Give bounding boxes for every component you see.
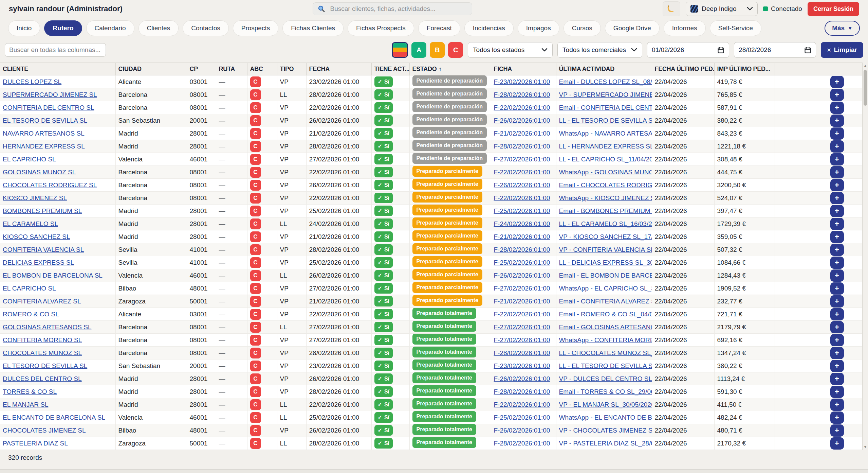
nav-tab[interactable]: Incidencias (464, 20, 514, 36)
col-header-abc[interactable]: ABC (247, 63, 277, 75)
client-link[interactable]: EL MANJAR SL (3, 401, 48, 408)
add-button[interactable]: + (830, 76, 844, 88)
global-search[interactable] (313, 2, 472, 15)
add-button[interactable]: + (830, 334, 844, 346)
actividad-link[interactable]: Email - TORRES & CO SL_29/06/2026 (559, 388, 652, 395)
actividad-link[interactable]: Email - ROMERO & CO SL_04/05/202 (559, 311, 652, 318)
client-link[interactable]: DULCES LOPEZ SL (3, 78, 61, 85)
table-row[interactable]: EL BOMBON DE BARCELONA SL Valencia 46001… (0, 269, 862, 282)
client-link[interactable]: CHOCOLATES JIMENEZ SL (3, 427, 86, 434)
actividad-link[interactable]: WhatsApp - EL CAPRICHO SL_30/04/ (559, 285, 652, 292)
ficha-link[interactable]: F-21/02/2026:01:00 (494, 298, 550, 305)
table-row[interactable]: EL ENCANTO DE BARCELONA SL Valencia 4600… (0, 411, 862, 424)
ficha-link[interactable]: F-26/02/2026:01:00 (494, 375, 550, 382)
table-row[interactable]: DULCES LOPEZ SL Alicante 03001 — C VP 23… (0, 75, 862, 88)
actividad-link[interactable]: WhatsApp - GOLOSINAS MUNOZ SL_ (559, 169, 652, 176)
table-row[interactable]: TORRES & CO SL Madrid 28001 — C VP 28/02… (0, 385, 862, 398)
col-header-tiene-act[interactable]: TIENE ACT... (371, 63, 409, 75)
ficha-link[interactable]: F-27/02/2026:01:00 (494, 285, 550, 292)
add-button[interactable]: + (830, 140, 844, 153)
col-header-ficha[interactable]: FICHA (491, 63, 556, 75)
scrollbar-thumb[interactable] (864, 70, 867, 106)
date-to-input[interactable]: 28/02/2026 (734, 42, 816, 58)
table-row[interactable]: NAVARRO ARTESANOS SL Madrid 28001 — C VP… (0, 127, 862, 140)
ficha-link[interactable]: F-26/02/2026:01:00 (494, 117, 550, 124)
ficha-link[interactable]: F-25/02/2026:01:00 (494, 414, 550, 421)
ficha-link[interactable]: F-25/02/2026:01:00 (494, 207, 550, 214)
nav-tab[interactable]: Cursos (564, 20, 601, 36)
table-row[interactable]: CHOCOLATES RODRIGUEZ SL Barcelona 08001 … (0, 179, 862, 192)
scroll-up-icon[interactable]: ▲ (863, 63, 868, 69)
client-link[interactable]: EL BOMBON DE BARCELONA SL (3, 272, 103, 279)
actividad-link[interactable]: WhatsApp - EL ENCANTO DE BARCE (559, 414, 652, 421)
actividad-link[interactable]: WhatsApp - KIOSCO JIMENEZ SL_21/ (559, 194, 652, 202)
table-row[interactable]: SUPERMERCADO JIMENEZ SL Barcelona 08001 … (0, 88, 862, 101)
actividad-link[interactable]: Email - BOMBONES PREMIUM SL_13/ (559, 207, 652, 214)
ficha-link[interactable]: F-23/02/2026:01:00 (494, 78, 550, 85)
nav-tab[interactable]: Clientes (138, 20, 179, 36)
add-button[interactable]: + (830, 244, 844, 256)
client-link[interactable]: NAVARRO ARTESANOS SL (3, 130, 85, 137)
add-button[interactable]: + (830, 127, 844, 140)
actividad-link[interactable]: Email - CONFITERIA DEL CENTRO SL (559, 104, 652, 111)
client-link[interactable]: EL TESORO DE SEVILLA SL (3, 117, 87, 124)
client-link[interactable]: CHOCOLATES MUNOZ SL (3, 349, 82, 356)
add-button[interactable]: + (830, 89, 844, 101)
more-button[interactable]: Más ▼ (825, 21, 860, 36)
nav-tab[interactable]: Fichas Prospects (348, 20, 414, 36)
actividad-link[interactable]: LL - CHOCOLATES MUNOZ SL_15/06 (559, 349, 652, 356)
ficha-link[interactable]: F-22/02/2026:01:00 (494, 401, 550, 408)
actividad-link[interactable]: VP - SUPERMERCADO JIMENEZ SL_1 (559, 91, 652, 98)
ficha-link[interactable]: F-26/02/2026:01:00 (494, 427, 550, 434)
actividad-link[interactable]: VP - KIOSCO SANCHEZ SL_17/05/20 (559, 233, 652, 240)
ficha-link[interactable]: F-22/02/2026:01:00 (494, 311, 550, 318)
scroll-down-icon[interactable]: ▼ (863, 444, 868, 450)
nav-tab[interactable]: Inicio (8, 20, 40, 36)
add-button[interactable]: + (830, 282, 844, 295)
ficha-link[interactable]: F-27/02/2026:01:00 (494, 336, 550, 344)
ficha-link[interactable]: F-25/02/2026:01:00 (494, 259, 550, 266)
add-button[interactable]: + (830, 115, 844, 127)
nav-tab[interactable]: Prospects (233, 20, 278, 36)
table-row[interactable]: HERNANDEZ EXPRESS SL Madrid 28001 — C VP… (0, 140, 862, 153)
table-row[interactable]: EL MANJAR SL Madrid 28001 — C LL 22/02/2… (0, 398, 862, 411)
add-button[interactable]: + (830, 231, 844, 243)
actividad-link[interactable]: Email - CHOCOLATES RODRIGUEZ S (559, 181, 652, 189)
col-header-imp-ultimo-ped[interactable]: IMP ÚLTIMO PED... (714, 63, 775, 75)
col-header-cliente[interactable]: CLIENTE (0, 63, 115, 75)
actividad-link[interactable]: Email - EL BOMBON DE BARCELONA (559, 272, 652, 279)
add-button[interactable]: + (830, 205, 844, 217)
nav-tab[interactable]: Calendario (86, 20, 134, 36)
ficha-link[interactable]: F-21/02/2026:01:00 (494, 130, 550, 137)
nav-tab[interactable]: Fichas Clientes (282, 20, 344, 36)
ficha-link[interactable]: F-28/02/2026:01:00 (494, 388, 550, 395)
client-link[interactable]: EL ENCANTO DE BARCELONA SL (3, 414, 105, 421)
add-button[interactable]: + (830, 166, 844, 178)
table-row[interactable]: CHOCOLATES MUNOZ SL Barcelona 08001 — C … (0, 347, 862, 360)
col-header-ruta[interactable]: RUTA (216, 63, 247, 75)
vertical-scrollbar[interactable]: ▲ ▼ (862, 63, 868, 450)
col-header-tipo[interactable]: TIPO (277, 63, 306, 75)
ficha-link[interactable]: F-28/02/2026:01:00 (494, 246, 550, 253)
ficha-link[interactable]: F-27/02/2026:01:00 (494, 156, 550, 163)
actividad-link[interactable]: LL - EL TESORO DE SEVILLA SL_18/0 (559, 117, 652, 124)
ficha-link[interactable]: F-28/02/2026:01:00 (494, 91, 550, 98)
nav-tab[interactable]: Forecast (418, 20, 460, 36)
client-link[interactable]: ROMERO & CO SL (3, 311, 59, 318)
client-link[interactable]: CONFITERIA MORENO SL (3, 336, 82, 344)
client-link[interactable]: CONFITERIA DEL CENTRO SL (3, 104, 94, 111)
add-button[interactable]: + (830, 386, 844, 398)
abc-filter-c-button[interactable]: C (448, 42, 463, 58)
client-link[interactable]: DULCES DEL CENTRO SL (3, 375, 82, 382)
table-row[interactable]: KIOSCO JIMENEZ SL Barcelona 08001 — C VP… (0, 192, 862, 205)
col-header-estado[interactable]: ESTADO↑ (409, 63, 491, 75)
columns-search-input[interactable] (5, 43, 106, 57)
add-button[interactable]: + (830, 373, 844, 385)
add-button[interactable]: + (830, 321, 844, 333)
client-link[interactable]: TORRES & CO SL (3, 388, 57, 395)
table-row[interactable]: PASTELERIA DIAZ SL Zaragoza 50001 — C LL… (0, 437, 862, 450)
actividad-link[interactable]: LL - EL CAPRICHO SL_11/04/2026 (559, 156, 652, 163)
ficha-link[interactable]: F-27/02/2026:01:00 (494, 323, 550, 331)
table-row[interactable]: GOLOSINAS MUNOZ SL Barcelona 08001 — C V… (0, 166, 862, 179)
ficha-link[interactable]: F-22/02/2026:01:00 (494, 194, 550, 202)
